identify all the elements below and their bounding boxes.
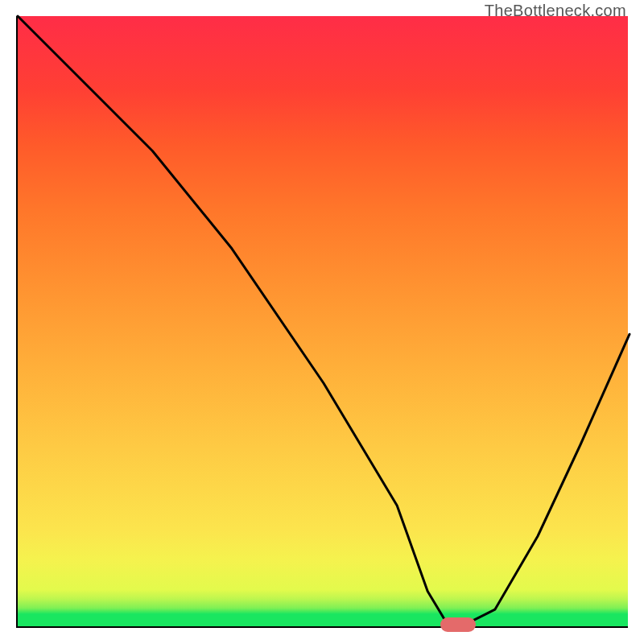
bottleneck-curve (18, 16, 630, 621)
curve-svg (18, 16, 630, 628)
highlight-marker (440, 617, 476, 632)
chart-container: TheBottleneck.com (0, 0, 644, 644)
plot-area (16, 16, 628, 628)
